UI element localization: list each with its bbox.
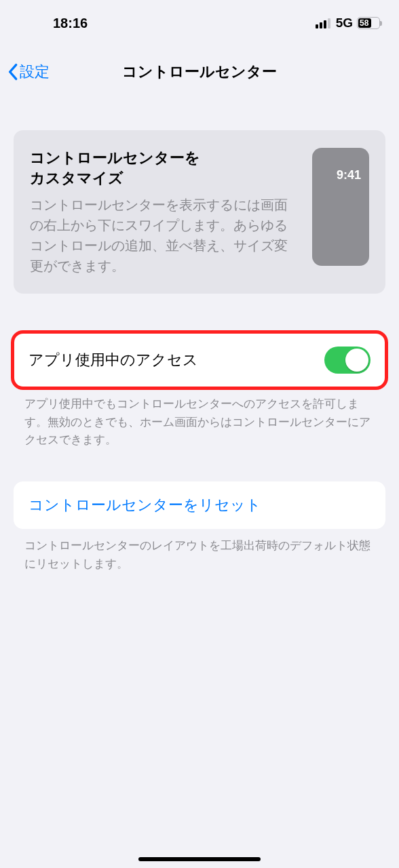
battery-percent: 58 <box>358 18 379 28</box>
toggle-knob <box>345 349 368 372</box>
access-toggle[interactable] <box>324 347 370 374</box>
reset-label: コントロールセンターをリセット <box>28 495 261 515</box>
access-within-apps-row[interactable]: アプリ使用中のアクセス <box>14 333 385 387</box>
access-note: アプリ使用中でもコントロールセンターへのアクセスを許可します。無効のときでも、ホ… <box>24 395 375 449</box>
battery-icon: 58 <box>357 17 380 29</box>
back-label: 設定 <box>20 62 50 82</box>
status-bar: 18:16 5G 58 <box>0 0 399 37</box>
reset-group: コントロールセンターをリセット コントロールセンターのレイアウトを工場出荷時のデ… <box>0 481 399 573</box>
info-desc: コントロールセンターを表示するには画面の右上から下にスワイプします。あらゆるコン… <box>30 195 300 276</box>
info-title: コントロールセンターを カスタマイズ <box>30 148 300 188</box>
status-time: 18:16 <box>19 16 88 31</box>
chevron-left-icon <box>7 63 18 81</box>
preview-time: 9:41 <box>337 168 361 182</box>
status-right: 5G 58 <box>316 16 380 31</box>
customize-info-card: コントロールセンターを カスタマイズ コントロールセンターを表示するには画面の右… <box>14 130 385 294</box>
access-group: アプリ使用中のアクセス アプリ使用中でもコントロールセンターへのアクセスを許可し… <box>0 333 399 449</box>
device-preview-icon: 9:41 <box>312 148 369 266</box>
reset-control-center-row[interactable]: コントロールセンターをリセット <box>14 481 385 529</box>
home-indicator <box>138 857 261 861</box>
info-text: コントロールセンターを カスタマイズ コントロールセンターを表示するには画面の右… <box>30 148 300 276</box>
reset-note: コントロールセンターのレイアウトを工場出荷時のデフォルト状態にリセットします。 <box>24 537 375 573</box>
access-label: アプリ使用中のアクセス <box>28 350 198 370</box>
nav-header: 設定 コントロールセンター <box>0 52 399 92</box>
back-button[interactable]: 設定 <box>7 62 50 82</box>
network-label: 5G <box>336 16 353 31</box>
page-title: コントロールセンター <box>122 62 277 82</box>
cellular-signal-icon <box>316 18 330 28</box>
